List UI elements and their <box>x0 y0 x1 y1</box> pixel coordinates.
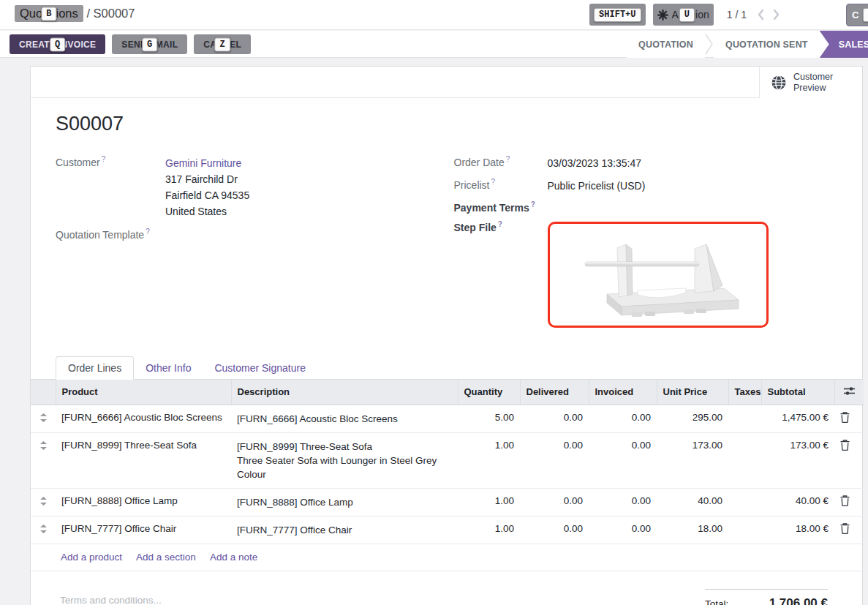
cell-product[interactable]: [FURN_7777] Office Chair <box>56 516 231 544</box>
cell-invoiced[interactable]: 0.00 <box>589 432 657 488</box>
cell-unit-price[interactable]: 295.00 <box>657 405 728 432</box>
cell-subtotal: 40.00 € <box>761 488 834 516</box>
column-product[interactable]: Product <box>56 380 231 405</box>
add-a-section-link[interactable]: Add a section <box>136 552 196 563</box>
cell-quantity[interactable]: 1.00 <box>458 516 520 544</box>
tab-order-lines[interactable]: Order Lines <box>56 356 134 380</box>
help-question-icon: ? <box>102 155 106 163</box>
create-invoice-button[interactable]: CREATE INVOICE Q <box>10 34 105 54</box>
cell-delivered[interactable]: 0.00 <box>520 488 589 516</box>
drag-handle-icon[interactable] <box>31 405 56 432</box>
cell-description[interactable]: [FURN_7777] Office Chair <box>231 516 458 544</box>
pager-prev-icon[interactable] <box>757 8 765 21</box>
corner-button-label: C <box>852 10 858 20</box>
column-quantity[interactable]: Quantity <box>458 380 520 405</box>
pager-counter: 1 / 1 <box>727 9 747 20</box>
tab-customer-signature[interactable]: Customer Signature <box>203 357 317 379</box>
order-line-row[interactable]: [FURN_8999] Three-Seat Sofa[FURN_8999] T… <box>31 432 864 488</box>
status-quotation[interactable]: QUOTATION <box>627 31 705 58</box>
customer-link[interactable]: Gemini Furniture <box>165 157 241 169</box>
cell-invoiced[interactable]: 0.00 <box>589 405 657 432</box>
payment-terms-label: Payment Terms? <box>454 200 548 214</box>
handle-column-header <box>31 380 56 405</box>
table-header-row: Product Description Quantity Delivered I… <box>31 380 864 405</box>
terms-and-conditions-input[interactable]: Terms and conditions... <box>60 595 162 605</box>
form-background: Customer Preview S00007 Customer? Gemini… <box>0 58 868 605</box>
order-date-value[interactable]: 03/03/2023 13:35:47 <box>548 155 641 171</box>
pricelist-value[interactable]: Public Pricelist (USD) <box>548 178 646 194</box>
chevron-right-icon <box>705 31 714 58</box>
column-subtotal[interactable]: Subtotal <box>761 380 834 405</box>
hint-badge-b: B <box>41 7 56 20</box>
delete-line-button[interactable] <box>834 516 864 544</box>
breadcrumb-record: S00007 <box>94 7 135 20</box>
column-taxes[interactable]: Taxes <box>728 380 761 405</box>
status-quotation-sent[interactable]: QUOTATION SENT <box>714 31 820 58</box>
cell-invoiced[interactable]: 0.00 <box>589 488 657 516</box>
corner-button[interactable]: C <box>846 4 868 26</box>
cell-quantity[interactable]: 1.00 <box>458 488 520 516</box>
breadcrumb-quotations[interactable]: QuotationsB <box>15 5 83 22</box>
cell-product[interactable]: [FURN_8888] Office Lamp <box>56 488 231 516</box>
hint-badge-shift-u: SHIFT+U <box>594 8 641 22</box>
action-menu-button[interactable]: A U ion <box>653 4 714 26</box>
cell-quantity[interactable]: 1.00 <box>458 432 520 488</box>
add-a-product-link[interactable]: Add a product <box>61 552 122 563</box>
cell-description[interactable]: [FURN_8999] Three-Seat Sofa Three Seater… <box>231 432 458 488</box>
order-line-row[interactable]: [FURN_8888] Office Lamp[FURN_8888] Offic… <box>31 488 864 516</box>
column-unit-price[interactable]: Unit Price <box>657 380 728 405</box>
breadcrumb: QuotationsB / S00007 <box>15 5 135 22</box>
column-invoiced[interactable]: Invoiced <box>589 380 657 405</box>
cell-taxes[interactable] <box>728 516 761 544</box>
cell-unit-price[interactable]: 40.00 <box>657 488 728 516</box>
drag-handle-icon[interactable] <box>31 516 56 544</box>
preview-label-line1: Customer <box>793 72 833 83</box>
top-navbar: QuotationsB / S00007 SHIFT+U A U ion <box>0 0 868 30</box>
cell-delivered[interactable]: 0.00 <box>520 432 589 488</box>
optional-columns-toggle[interactable] <box>834 380 864 405</box>
send-email-button[interactable]: SEND EMAIL G <box>112 34 187 54</box>
add-a-note-link[interactable]: Add a note <box>210 552 257 563</box>
order-lines-table: Product Description Quantity Delivered I… <box>31 380 864 544</box>
cell-unit-price[interactable]: 173.00 <box>657 432 728 488</box>
cell-quantity[interactable]: 5.00 <box>458 405 520 432</box>
cell-product[interactable]: [FURN_8999] Three-Seat Sofa <box>56 432 231 488</box>
delete-line-button[interactable] <box>834 432 864 488</box>
drag-handle-icon[interactable] <box>31 432 56 488</box>
cell-invoiced[interactable]: 0.00 <box>589 516 657 544</box>
step-file-preview[interactable] <box>548 222 769 328</box>
drag-handle-icon[interactable] <box>31 488 56 516</box>
customer-preview-button[interactable]: Customer Preview <box>759 67 862 98</box>
cell-unit-price[interactable]: 18.00 <box>657 516 728 544</box>
preview-label-line2: Preview <box>793 83 833 94</box>
column-delivered[interactable]: Delivered <box>520 380 589 405</box>
pager-next-icon[interactable] <box>772 8 780 21</box>
shortcut-overlay[interactable]: SHIFT+U <box>589 4 645 26</box>
total-value: 1,706.00 € <box>769 596 828 605</box>
cell-taxes[interactable] <box>728 432 761 488</box>
total-block: Total: 1,706.00 € <box>705 589 828 605</box>
column-description[interactable]: Description <box>231 380 458 405</box>
tab-other-info[interactable]: Other Info <box>134 357 203 379</box>
status-sales-order[interactable]: SALES ORDER <box>820 31 868 58</box>
cell-description[interactable]: [FURN_8888] Office Lamp <box>231 488 458 516</box>
cell-delivered[interactable]: 0.00 <box>520 405 589 432</box>
pricelist-label: Pricelist? <box>454 178 548 194</box>
cell-product[interactable]: [FURN_6666] Acoustic Bloc Screens <box>56 405 231 432</box>
order-line-row[interactable]: [FURN_6666] Acoustic Bloc Screens[FURN_6… <box>31 405 864 432</box>
delete-line-button[interactable] <box>834 405 864 432</box>
cancel-button[interactable]: CANCEL Z <box>194 34 251 54</box>
cell-taxes[interactable] <box>728 405 761 432</box>
cell-delivered[interactable]: 0.00 <box>520 516 589 544</box>
table-footer-links: Add a product Add a section Add a note <box>31 544 862 571</box>
order-line-row[interactable]: [FURN_7777] Office Chair[FURN_7777] Offi… <box>31 516 864 544</box>
customer-field-label: Customer? <box>56 155 165 219</box>
hint-badge-u: U <box>679 8 695 22</box>
action-label-post: ion <box>695 9 709 20</box>
action-label-pre: A <box>672 9 679 20</box>
delete-line-button[interactable] <box>834 488 864 516</box>
help-question-icon: ? <box>531 200 535 208</box>
cell-taxes[interactable] <box>728 488 761 516</box>
globe-icon <box>771 75 787 91</box>
cell-description[interactable]: [FURN_6666] Acoustic Bloc Screens <box>231 405 458 432</box>
